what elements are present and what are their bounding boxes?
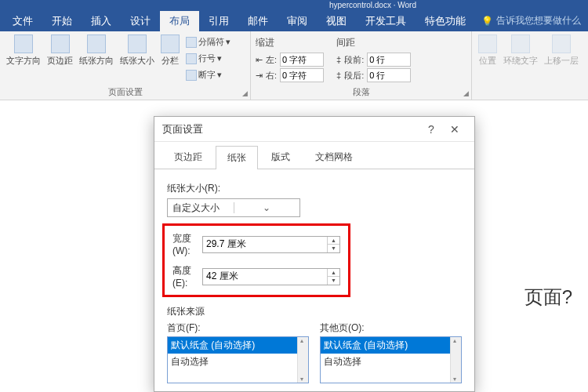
paper-size-label: 纸张大小 [120, 55, 154, 67]
list-item[interactable]: 自动选择 [168, 354, 308, 370]
height-input[interactable] [203, 269, 327, 285]
indent-right-icon: ⇥ [256, 71, 263, 81]
page-body-text: 页面? [524, 285, 572, 310]
tab-file[interactable]: 文件 [3, 11, 42, 31]
margins-button[interactable]: 页边距 [45, 33, 74, 82]
position-button: 位置 [477, 33, 499, 68]
height-label: 高度(E): [172, 264, 196, 289]
paper-size-select[interactable]: 自定义大小 ⌄ [167, 198, 300, 217]
list-item[interactable]: 自动选择 [321, 354, 461, 370]
first-page-tray-listbox[interactable]: 默认纸盒 (自动选择) 自动选择 [167, 336, 309, 383]
paper-size-button[interactable]: 纸张大小 [118, 33, 156, 82]
first-page-label: 首页(F): [167, 321, 309, 335]
chevron-down-icon: ▾ [217, 53, 222, 64]
hyphenation-icon [186, 70, 197, 81]
margins-label: 页边距 [47, 55, 73, 67]
tab-references[interactable]: 引用 [199, 11, 238, 31]
width-label: 宽度(W): [172, 232, 196, 256]
indent-header: 缩进 [256, 36, 324, 49]
dialog-help-button[interactable]: ? [419, 123, 443, 136]
line-numbers-button[interactable]: 行号▾ [184, 51, 232, 66]
text-direction-label: 文字方向 [6, 55, 41, 67]
spinner-up-icon[interactable]: ▲ [328, 269, 339, 278]
text-direction-icon [14, 34, 33, 53]
indent-left-input[interactable] [280, 53, 324, 67]
tell-me-search[interactable]: 💡 告诉我您想要做什么 [481, 14, 581, 27]
tab-mailings[interactable]: 邮件 [238, 11, 278, 31]
text-direction-button[interactable]: 文字方向 [5, 33, 42, 82]
ribbon-group-paragraph: 缩进 ⇤左: ⇥右: 间距 ‡段前: ‡段后: 段落 ◢ [251, 31, 472, 100]
dimensions-highlight: 宽度(W): ▲▼ 高度(E): ▲▼ [162, 223, 350, 297]
bring-forward-button: 上移一层 [543, 33, 580, 68]
list-item[interactable]: 默认纸盒 (自动选择) [168, 337, 308, 354]
tab-special[interactable]: 特色功能 [416, 11, 475, 31]
chevron-down-icon: ▾ [217, 70, 222, 80]
tab-insert[interactable]: 插入 [82, 11, 121, 31]
spinner-down-icon[interactable]: ▼ [328, 245, 339, 252]
line-numbers-label: 行号 [198, 53, 216, 64]
indent-left-icon: ⇤ [256, 55, 263, 65]
breaks-button[interactable]: 分隔符▾ [184, 34, 232, 49]
spacing-before-icon: ‡ [336, 55, 341, 64]
spacing-after-icon: ‡ [336, 71, 341, 80]
wrap-text-button: 环绕文字 [502, 33, 539, 68]
chevron-down-icon[interactable]: ⌄ [234, 202, 300, 213]
list-item[interactable]: 默认纸盒 (自动选择) [321, 337, 461, 354]
spacing-before-input[interactable] [367, 53, 411, 67]
bring-forward-icon [552, 34, 571, 53]
spacing-header: 间距 [336, 36, 411, 49]
tab-developer[interactable]: 开发工具 [356, 11, 416, 31]
orientation-icon [87, 34, 106, 53]
app-titlebar: hypercontrol.docx · Word [0, 0, 588, 10]
indent-right-input[interactable] [280, 68, 324, 82]
paper-size-field-label: 纸张大小(R): [167, 182, 462, 195]
spinner-up-icon[interactable]: ▲ [328, 237, 339, 245]
page-setup-dialog: 页面设置 ? ✕ 页边距 纸张 版式 文档网格 纸张大小(R): 自定义大小 ⌄… [154, 116, 475, 392]
spacing-before-label: 段前: [344, 54, 364, 66]
columns-icon [161, 34, 180, 53]
margins-icon [51, 34, 70, 53]
indent-left-label: 左: [266, 54, 277, 66]
orientation-button[interactable]: 纸张方向 [78, 33, 115, 82]
wrap-text-icon [511, 34, 530, 53]
dialog-body: 纸张大小(R): 自定义大小 ⌄ 宽度(W): ▲▼ 高度(E): ▲▼ 纸张来 [154, 169, 474, 391]
page-setup-group-label: 页面设置 [0, 86, 250, 98]
tab-review[interactable]: 审阅 [278, 11, 317, 31]
width-input-wrapper: ▲▼ [202, 236, 340, 253]
dialog-close-button[interactable]: ✕ [443, 123, 466, 136]
columns-button[interactable]: 分栏 [159, 33, 181, 82]
scrollbar[interactable] [297, 337, 308, 383]
hyphenation-button[interactable]: 断字▾ [184, 67, 232, 82]
width-input[interactable] [203, 237, 327, 252]
dialog-tab-margins[interactable]: 页边距 [162, 145, 214, 169]
tab-home[interactable]: 开始 [42, 11, 82, 31]
dialog-tab-paper[interactable]: 纸张 [216, 146, 258, 169]
tell-me-label: 告诉我您想要做什么 [496, 14, 581, 27]
dialog-title: 页面设置 [162, 122, 203, 136]
dialog-tab-layout[interactable]: 版式 [260, 145, 302, 169]
wrap-label: 环绕文字 [503, 55, 538, 67]
spacing-after-input[interactable] [367, 68, 411, 82]
chevron-down-icon: ▾ [226, 37, 230, 47]
page-setup-launcher-icon[interactable]: ◢ [242, 89, 248, 97]
scrollbar[interactable] [450, 337, 461, 383]
spinner-down-icon[interactable]: ▼ [328, 277, 339, 285]
hyphenation-label: 断字 [198, 69, 216, 81]
other-pages-tray-listbox[interactable]: 默认纸盒 (自动选择) 自动选择 [320, 336, 462, 383]
height-spinner[interactable]: ▲▼ [327, 269, 339, 285]
paragraph-launcher-icon[interactable]: ◢ [463, 89, 469, 97]
document-title: hypercontrol.docx · Word [329, 1, 416, 9]
indent-right-label: 右: [266, 70, 277, 82]
dialog-tabs: 页边距 纸张 版式 文档网格 [154, 142, 474, 169]
width-spinner[interactable]: ▲▼ [327, 237, 339, 252]
line-numbers-icon [186, 53, 197, 64]
ribbon-group-page-setup: 文字方向 页边距 纸张方向 纸张大小 分栏 分隔符▾ 行号▾ 断字▾ 页面设置 … [0, 31, 251, 100]
tab-design[interactable]: 设计 [121, 11, 160, 31]
dialog-tab-grid[interactable]: 文档网格 [303, 145, 365, 169]
tab-view[interactable]: 视图 [317, 11, 356, 31]
tab-layout[interactable]: 布局 [160, 11, 199, 31]
columns-label: 分栏 [162, 55, 179, 67]
paper-size-icon [128, 34, 147, 53]
breaks-icon [186, 37, 197, 48]
dialog-titlebar[interactable]: 页面设置 ? ✕ [154, 117, 474, 142]
